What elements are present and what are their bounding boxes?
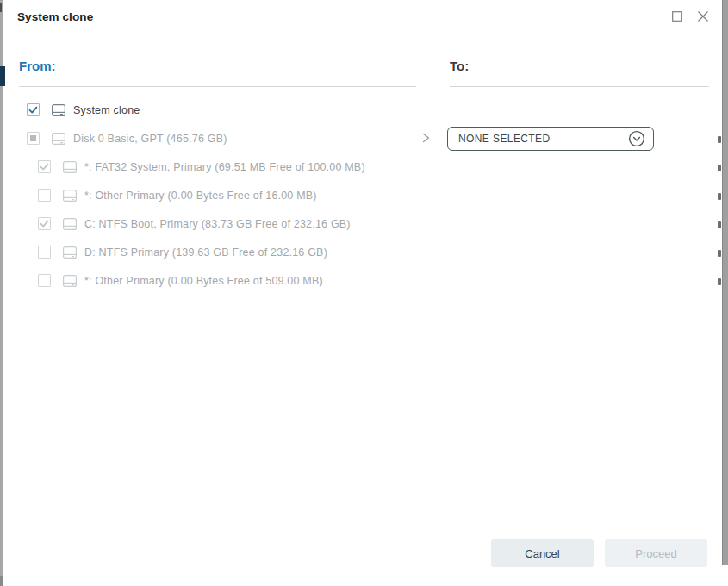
from-divider <box>19 86 416 87</box>
checkbox-empty[interactable] <box>38 246 51 259</box>
background-artifact <box>718 250 721 257</box>
checkbox-checked[interactable] <box>27 103 40 116</box>
source-tree: System clone Disk 0 Basic, GPT (465.76 G… <box>19 96 415 295</box>
drive-icon <box>52 104 65 116</box>
close-icon <box>697 10 709 22</box>
checkbox-checked-dim[interactable] <box>38 160 51 173</box>
background-right-edge <box>722 0 728 565</box>
from-section-label: From: <box>19 59 56 73</box>
drive-icon <box>63 190 77 202</box>
tree-row[interactable]: System clone <box>19 96 415 124</box>
tree-row[interactable]: *: Other Primary (0.00 Bytes Free of 16.… <box>19 181 415 209</box>
chevron-right-icon <box>420 131 432 148</box>
cancel-button[interactable]: Cancel <box>491 539 594 567</box>
checkbox-indeterminate[interactable] <box>27 132 40 145</box>
maximize-icon <box>672 11 682 22</box>
background-artifact <box>718 193 721 200</box>
drive-icon <box>63 246 77 259</box>
checkbox-empty[interactable] <box>38 274 51 287</box>
target-disk-dropdown-value: NONE SELECTED <box>458 133 628 145</box>
tree-row[interactable]: *: FAT32 System, Primary (69.51 MB Free … <box>19 153 415 181</box>
tree-row-label: System clone <box>73 104 140 116</box>
drive-icon <box>63 161 77 173</box>
tree-row[interactable]: C: NTFS Boot, Primary (83.73 GB Free of … <box>19 209 415 238</box>
tree-row[interactable]: Disk 0 Basic, GPT (465.76 GB) <box>19 124 415 153</box>
background-artifact <box>718 136 721 143</box>
background-artifact <box>0 576 3 586</box>
maximize-button[interactable] <box>668 7 687 26</box>
tree-row-label: *: Other Primary (0.00 Bytes Free of 16.… <box>84 190 317 202</box>
checkbox-empty[interactable] <box>38 189 51 202</box>
background-artifact <box>0 3 2 12</box>
tree-row[interactable]: *: Other Primary (0.00 Bytes Free of 509… <box>19 266 415 295</box>
chevron-down-circle-icon <box>628 130 645 147</box>
tree-row-label: *: Other Primary (0.00 Bytes Free of 509… <box>84 275 323 287</box>
drive-icon <box>63 275 77 287</box>
background-left-edge <box>0 0 3 586</box>
tree-row-label: Disk 0 Basic, GPT (465.76 GB) <box>73 133 227 145</box>
proceed-button[interactable]: Proceed <box>605 539 707 567</box>
target-disk-dropdown[interactable]: NONE SELECTED <box>447 127 654 151</box>
tree-row-label: D: NTFS Primary (139.63 GB Free of 232.1… <box>84 246 327 259</box>
checkbox-checked-dim[interactable] <box>38 217 51 230</box>
dialog-title: System clone <box>17 10 93 23</box>
to-section-label: To: <box>450 59 469 73</box>
to-divider <box>450 86 709 87</box>
tree-row-label: *: FAT32 System, Primary (69.51 MB Free … <box>84 161 365 173</box>
background-artifact <box>718 278 721 285</box>
background-artifact <box>718 165 721 171</box>
background-artifact <box>718 221 721 228</box>
background-artifact <box>0 66 5 86</box>
tree-row-label: C: NTFS Boot, Primary (83.73 GB Free of … <box>84 218 351 230</box>
drive-icon <box>63 218 77 230</box>
tree-row[interactable]: D: NTFS Primary (139.63 GB Free of 232.1… <box>19 238 415 266</box>
close-button[interactable] <box>694 7 712 26</box>
drive-icon <box>52 133 65 145</box>
